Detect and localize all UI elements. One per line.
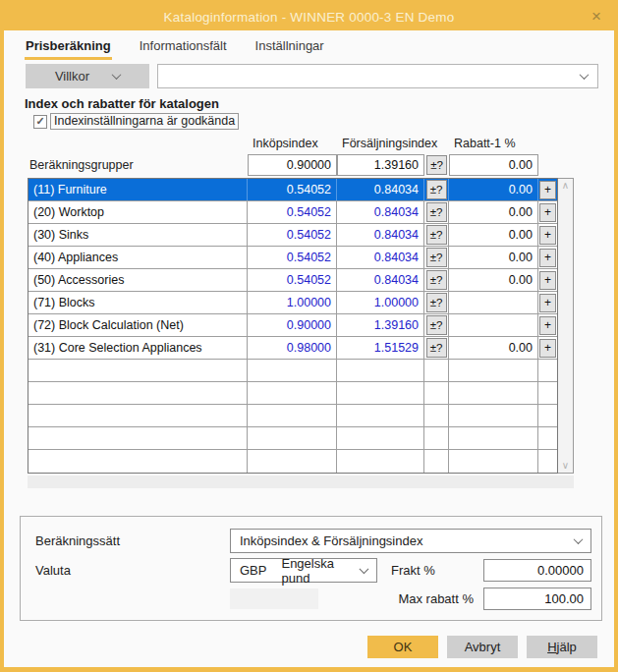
row-plus-cell: + — [538, 314, 557, 336]
row-rabatt: 0.00 — [449, 337, 538, 359]
frakt-input[interactable] — [483, 559, 591, 582]
dialog-title: Kataloginformation - WINNER 0000-3 EN De… — [164, 10, 455, 25]
row-inkopsindex: 0.54052 — [248, 269, 337, 291]
valuta-name: Engelska pund — [281, 556, 361, 586]
row-forsaljningsindex: 0.84034 — [337, 247, 424, 268]
calculation-groups-label: Beräkningsgrupper — [28, 158, 248, 172]
column-headers: Inköpsindex Försäljningsindex Rabatt-1 % — [28, 136, 574, 151]
chevron-down-icon — [580, 70, 590, 80]
expand-plus-button[interactable]: + — [539, 294, 556, 312]
max-rabatt-input[interactable] — [483, 588, 591, 610]
row-name: (11) Furniture — [28, 179, 248, 200]
villkor-button-label: Villkor — [55, 69, 89, 84]
adjust-plusminus-button[interactable]: ±? — [426, 180, 447, 199]
row-adjust-cell: ±? — [424, 314, 449, 336]
expand-plus-button[interactable]: + — [539, 249, 556, 267]
villkor-button[interactable]: Villkor — [26, 64, 149, 88]
table-row[interactable]: (50) Accessories0.540520.84034±?0.00+ — [28, 269, 557, 292]
row-adjust-cell: ±? — [424, 292, 449, 313]
tab-1[interactable]: Informationsfält — [139, 38, 228, 60]
table-row-empty[interactable] — [28, 450, 557, 473]
valuta-row: Valuta GBP Engelska pund Frakt % — [35, 558, 591, 583]
adjust-plusminus-button[interactable]: ±? — [426, 293, 447, 312]
groups-rabatt-input[interactable] — [449, 154, 538, 176]
table-row-empty[interactable] — [28, 427, 557, 450]
vertical-scrollbar[interactable]: ∧ ∨ — [558, 178, 574, 474]
berakningssatt-value: Inköpsindex & Försäljningsindex — [240, 533, 575, 548]
row-adjust-cell: ±? — [424, 201, 449, 223]
approved-checkbox-row: ✓ Indexinställningarna är godkända — [33, 113, 614, 130]
table-row[interactable]: (20) Worktop0.540520.84034±?0.00+ — [28, 201, 557, 224]
row-forsaljningsindex: 0.84034 — [337, 201, 424, 223]
tab-0[interactable]: Prisberäkning — [25, 38, 112, 60]
calculation-groups-row: Beräkningsgrupper ±? — [28, 153, 574, 176]
scroll-down-icon[interactable]: ∨ — [562, 461, 569, 471]
tab-2[interactable]: Inställningar — [254, 38, 325, 60]
villkor-filter-combo[interactable] — [157, 64, 598, 88]
adjust-plusminus-button[interactable]: ±? — [426, 315, 447, 335]
header-rabatt: Rabatt-1 % — [449, 137, 538, 150]
row-inkopsindex: 0.54052 — [248, 201, 337, 223]
section-heading: Index och rabatter för katalogen — [25, 96, 614, 111]
expand-plus-button[interactable]: + — [539, 181, 556, 199]
max-rabatt-row: Max rabatt % — [35, 588, 591, 609]
row-name: (31) Core Selection Appliances — [28, 337, 248, 359]
horizontal-scrollbar[interactable] — [28, 476, 574, 488]
dialog-window: Kataloginformation - WINNER 0000-3 EN De… — [0, 0, 618, 672]
expand-plus-button[interactable]: + — [539, 203, 556, 222]
title-bar[interactable]: Kataloginformation - WINNER 0000-3 EN De… — [4, 4, 614, 30]
expand-plus-button[interactable]: + — [539, 316, 556, 335]
table-row[interactable]: (11) Furniture0.540520.84034±?0.00+ — [28, 179, 557, 201]
adjust-plusminus-button[interactable]: ±? — [426, 248, 447, 267]
row-forsaljningsindex: 1.39160 — [337, 314, 424, 336]
table-row-empty[interactable] — [28, 382, 557, 405]
table-row-empty[interactable] — [28, 405, 557, 427]
row-forsaljningsindex: 1.51529 — [337, 337, 424, 359]
row-plus-cell: + — [538, 247, 557, 268]
approved-checkbox[interactable]: ✓ — [33, 115, 47, 129]
expand-plus-button[interactable]: + — [539, 271, 556, 290]
tab-bar: PrisberäkningInformationsfältInställning… — [4, 30, 614, 60]
max-rabatt-label: Max rabatt % — [398, 591, 474, 606]
row-plus-cell: + — [538, 224, 557, 246]
dialog-buttons: OK Avbryt Hjälp — [4, 636, 597, 658]
cancel-button[interactable]: Avbryt — [447, 636, 518, 658]
adjust-plusminus-button[interactable]: ±? — [426, 338, 447, 358]
row-rabatt: 0.00 — [449, 201, 538, 223]
row-forsaljningsindex: 0.84034 — [337, 179, 424, 200]
groups-inkopsindex-input[interactable] — [248, 154, 337, 176]
row-forsaljningsindex: 0.84034 — [337, 269, 424, 291]
table-row[interactable]: (40) Appliances0.540520.84034±?0.00+ — [28, 247, 557, 269]
help-button[interactable]: Hjälp — [527, 636, 597, 658]
row-inkopsindex: 0.98000 — [248, 337, 337, 359]
valuta-dropdown[interactable]: GBP Engelska pund — [230, 558, 377, 583]
row-adjust-cell: ±? — [424, 337, 449, 359]
approved-checkbox-label[interactable]: Indexinställningarna är godkända — [50, 113, 239, 130]
index-table-zone: (11) Furniture0.540520.84034±?0.00+(20) … — [28, 178, 574, 474]
row-name: (40) Appliances — [28, 247, 248, 268]
close-icon[interactable]: × — [591, 5, 601, 28]
groups-forsaljningsindex-input[interactable] — [337, 154, 424, 176]
ok-button[interactable]: OK — [367, 636, 438, 658]
table-row-empty[interactable] — [28, 360, 557, 382]
adjust-plusminus-button[interactable]: ±? — [426, 270, 447, 290]
table-row[interactable]: (30) Sinks0.540520.84034±?0.00+ — [28, 224, 557, 247]
index-grid-header: Inköpsindex Försäljningsindex Rabatt-1 %… — [28, 136, 574, 176]
row-forsaljningsindex: 1.00000 — [337, 292, 424, 313]
table-row[interactable]: (31) Core Selection Appliances0.980001.5… — [28, 337, 557, 360]
valuta-code: GBP — [240, 563, 266, 578]
scroll-up-icon[interactable]: ∧ — [562, 181, 569, 191]
berakningssatt-dropdown[interactable]: Inköpsindex & Försäljningsindex — [230, 529, 591, 553]
table-row[interactable]: (71) Blocks1.000001.00000±?+ — [28, 292, 557, 314]
filter-bar: Villkor — [26, 64, 598, 88]
groups-adjust-plusminus-button[interactable]: ±? — [426, 155, 447, 175]
row-inkopsindex: 0.54052 — [248, 179, 337, 200]
table-row[interactable]: (72) Block Calculation (Net)0.900001.391… — [28, 314, 557, 337]
adjust-plusminus-button[interactable]: ±? — [426, 225, 447, 245]
expand-plus-button[interactable]: + — [539, 226, 556, 245]
expand-plus-button[interactable]: + — [539, 339, 556, 358]
row-rabatt — [449, 314, 538, 336]
row-rabatt — [449, 292, 538, 313]
adjust-plusminus-button[interactable]: ±? — [426, 202, 447, 222]
row-adjust-cell: ±? — [424, 247, 449, 268]
